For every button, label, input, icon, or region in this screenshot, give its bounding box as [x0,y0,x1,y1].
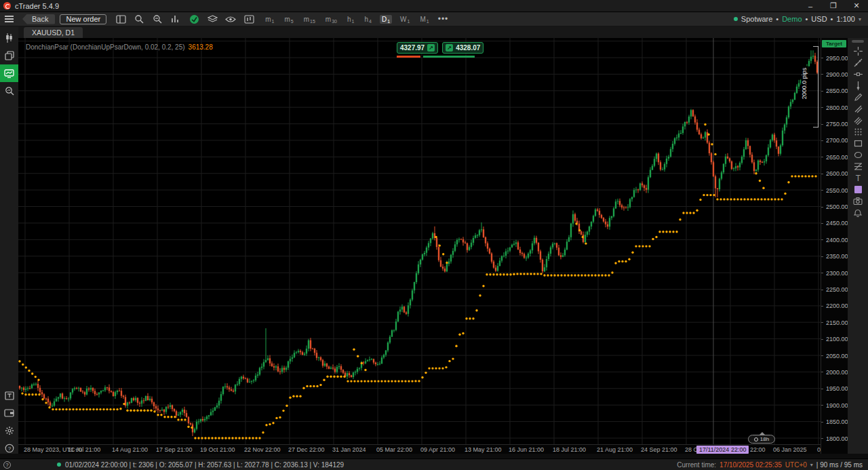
plugins-icon[interactable] [0,387,18,404]
menu-icon[interactable] [0,16,18,22]
price-label: 2750.00 [826,121,848,128]
price-tick [821,223,823,224]
price-tick [821,239,823,240]
close-button[interactable]: ✕ [845,0,868,12]
zoom-in-icon[interactable] [152,14,163,24]
price-label: 2600.00 [826,170,848,177]
price-label: 2400.00 [826,237,848,243]
help-icon[interactable]: ? [3,461,11,469]
indicator-value: 3613.28 [189,43,213,51]
text-tool-icon[interactable]: T [850,172,866,184]
brush-icon[interactable] [850,103,866,115]
price-label: 2250.00 [826,286,848,293]
ohlc-readout: 01/02/2024 22:00:00 | t: 2306 | O: 2055.… [57,461,344,469]
camera-icon[interactable] [850,195,866,207]
price-tick [821,290,823,290]
timeframe-M1[interactable]: M1 [418,15,431,24]
current-time-value: 17/10/2025 02:25:35 [719,461,782,469]
price-label: 2950.00 [826,55,848,62]
price-axis[interactable]: Target 2950.002900.002850.002800.002750.… [821,38,848,454]
time-label: 06 Jan 2025 [773,446,807,453]
zoom-out-icon[interactable] [134,14,144,24]
broker-name: Spotware [741,15,772,23]
price-label: 2150.00 [826,319,848,326]
price-tick [821,157,823,157]
price-tick [821,355,823,356]
latency-readout: | 90 ms / 95 ms [816,461,863,469]
time-axis[interactable]: 17/11/2024 22:00 ▸ 28 May 2023, UTC+011 … [18,444,868,454]
wallet-icon[interactable] [0,404,18,422]
trend-line-icon[interactable] [850,57,866,68]
buy-button[interactable]: ↗ 4328.07 [442,42,484,54]
rectangle-icon[interactable] [850,138,866,149]
price-tick [821,58,823,58]
buy-price: 4328.07 [456,44,480,52]
account-leverage: 1:100 [836,15,855,23]
dot-grid-icon[interactable] [850,126,866,138]
chart-type-icon[interactable] [243,14,254,24]
indicator-name: DonchianPsar (DonchianUpPsarDown, 0.02, … [26,43,185,51]
time-label: 24 Sep 21:00 [641,446,677,453]
measurement-bracket[interactable] [809,46,818,128]
price-chart[interactable]: DonchianPsar (DonchianUpPsarDown, 0.02, … [18,38,821,444]
target-price-chip: Target [822,40,846,47]
separator: • [806,15,808,23]
color-swatch-icon[interactable] [850,184,866,195]
drawing-toolbar: T [848,38,868,454]
crosshair-icon[interactable] [850,45,866,57]
timeframe-h1[interactable]: h1 [345,15,356,24]
tab-xauusd-d1[interactable]: XAUUSD, D1 [24,27,83,38]
symbol-search-icon[interactable] [0,82,18,100]
timeframe-h4[interactable]: h4 [362,15,373,24]
timeframe-m15[interactable]: m15 [302,15,317,24]
timeframe-m1[interactable]: m1 [263,15,276,24]
copy-trading-icon[interactable] [0,47,18,64]
price-label: 2500.00 [826,203,848,210]
marker-icon[interactable] [850,115,866,126]
pencil-icon[interactable] [850,92,866,103]
timeframe-m5[interactable]: m5 [282,15,295,24]
price-label: 2900.00 [826,71,848,78]
timeframe-W1[interactable]: W1 [398,15,412,24]
chart-layout-icon[interactable] [115,14,126,24]
vertical-line-icon[interactable] [850,80,866,92]
time-label: 22 Nov 22:00 [244,446,281,453]
account-selector[interactable]: Spotware • Demo • USD • 1:100 ▾ [734,15,868,23]
timeframe-m30[interactable]: m30 [323,15,339,24]
charts-icon[interactable] [0,64,18,82]
objects-icon[interactable] [207,14,218,24]
trade-watch-icon[interactable] [0,29,18,47]
ellipse-icon[interactable] [850,149,866,161]
bottom-divider [0,454,868,458]
toolbar-drag-handle[interactable] [852,40,864,43]
more-timeframes-button[interactable]: ••• [438,14,449,24]
active-symbol-icon[interactable] [189,14,199,24]
price-tick [821,124,823,125]
price-label: 2300.00 [826,270,848,277]
sell-button[interactable]: 4327.97 ↗ [397,42,438,54]
timeframe-D1[interactable]: D1 [380,15,392,24]
fibonacci-icon[interactable] [850,161,866,172]
eye-icon[interactable] [225,14,236,24]
settings-icon[interactable] [0,422,18,439]
maximize-button[interactable]: ❐ [822,0,845,12]
indicator-label[interactable]: DonchianPsar (DonchianUpPsarDown, 0.02, … [26,43,213,51]
measurement-label: 2000.0 pips [801,66,808,101]
time-label: 14 Aug 21:00 [112,446,148,453]
sell-price: 4327.97 [400,44,425,52]
new-order-button[interactable]: New order [60,14,106,24]
back-button[interactable]: Back [22,14,55,24]
minimize-button[interactable]: – [799,0,822,12]
price-label: 2850.00 [826,87,848,94]
ctrader-app: cTrader 5.4.9 – ❐ ✕ Back New order [0,0,868,470]
chevron-down-icon: ▾ [810,462,813,468]
time-label: 31 Jan 2024 [332,446,366,453]
horizontal-line-icon[interactable] [850,68,866,80]
time-label: 05 Mar 22:00 [376,446,412,453]
bell-icon[interactable] [850,207,866,218]
timezone-selector[interactable]: UTC+0 [785,461,807,469]
price-tick [821,372,823,372]
indicators-icon[interactable] [170,14,181,24]
price-tick [821,339,823,340]
price-label: 1900.00 [826,402,848,409]
